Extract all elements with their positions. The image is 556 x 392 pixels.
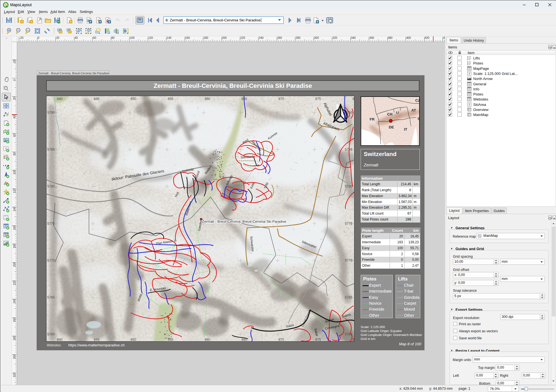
svg-text:5775: 5775 (345, 222, 352, 226)
svg-text:875: 875 (315, 338, 321, 342)
svg-text:SI: SI (417, 117, 420, 121)
svg-text:AT: AT (411, 108, 416, 112)
svg-text:840: 840 (57, 97, 62, 101)
svg-text:5765: 5765 (47, 295, 55, 299)
svg-text:1:1: 1:1 (26, 29, 29, 31)
svg-text:5760: 5760 (47, 332, 55, 336)
svg-text:T: T (468, 72, 470, 75)
svg-text:5765: 5765 (345, 295, 352, 299)
svg-text:875: 875 (315, 97, 321, 101)
svg-text:5780: 5780 (47, 184, 55, 188)
svg-text:870: 870 (278, 338, 284, 342)
svg-text:5785: 5785 (345, 148, 352, 152)
svg-text:FR: FR (370, 117, 375, 121)
svg-text:880: 880 (352, 97, 354, 101)
svg-text:850: 850 (131, 338, 136, 342)
svg-text:870: 870 (278, 97, 284, 101)
svg-text:845: 845 (94, 97, 99, 101)
svg-text:5785: 5785 (47, 148, 55, 152)
svg-text:T: T (468, 103, 470, 106)
svg-text:LI: LI (396, 111, 399, 114)
svg-text:855: 855 (168, 338, 173, 342)
svg-text:IT: IT (404, 127, 407, 132)
svg-text:Zermatt - Breuil-Cervinia, Bre: Zermatt - Breuil-Cervinia, Breuil-Cervin… (202, 220, 286, 224)
svg-text:5770: 5770 (345, 259, 352, 262)
svg-text:850: 850 (131, 97, 136, 101)
svg-text:840: 840 (57, 338, 62, 342)
svg-text:CH: CH (387, 112, 392, 116)
svg-text:845: 845 (94, 338, 99, 342)
svg-text:5790: 5790 (47, 111, 55, 115)
svg-text:CZ: CZ (415, 98, 420, 103)
svg-text:880: 880 (352, 338, 354, 342)
svg-text:855: 855 (168, 97, 173, 101)
svg-text:5770: 5770 (47, 259, 55, 262)
svg-text:DE: DE (389, 125, 394, 129)
svg-text:860: 860 (205, 97, 210, 101)
svg-text:860: 860 (205, 338, 210, 342)
